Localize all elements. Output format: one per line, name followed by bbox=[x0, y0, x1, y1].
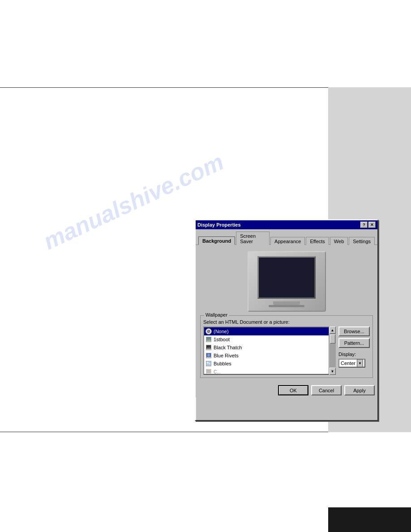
wallpaper-select-label: Select an HTML Document or a picture: bbox=[203, 319, 370, 325]
dialog-title-bar: Display Properties ? ✕ bbox=[196, 220, 377, 229]
no-icon: ⊘ bbox=[206, 328, 212, 335]
scroll-track[interactable] bbox=[330, 334, 336, 368]
wallpaper-list[interactable]: ⊘ (None) 1stboot bbox=[203, 326, 336, 375]
list-item-label: C... bbox=[214, 369, 221, 374]
wallpaper-list-container: ⊘ (None) 1stboot bbox=[203, 326, 336, 375]
list-item[interactable]: C... bbox=[204, 368, 335, 375]
list-item-label: Bubbles bbox=[214, 361, 231, 366]
display-label: Display: bbox=[338, 352, 370, 357]
bottom-bar bbox=[328, 507, 411, 532]
tab-web[interactable]: Web bbox=[330, 237, 348, 245]
list-item-label: Blue Rivets bbox=[214, 353, 239, 358]
scroll-up-button[interactable]: ▲ bbox=[330, 326, 336, 334]
tab-settings[interactable]: Settings bbox=[349, 237, 375, 245]
display-value: Center bbox=[341, 360, 355, 366]
tab-screen-saver[interactable]: Screen Saver bbox=[236, 232, 270, 245]
side-buttons: Browse... Pattern... Display: Center ▼ bbox=[338, 326, 370, 368]
title-bar-buttons: ? ✕ bbox=[360, 222, 376, 228]
list-item[interactable]: Bubbles bbox=[204, 360, 335, 368]
tab-appearance[interactable]: Appearance bbox=[270, 237, 305, 245]
wallpaper-row: ⊘ (None) 1stboot bbox=[203, 326, 370, 375]
dialog-bottom-buttons: OK Cancel Apply bbox=[196, 382, 377, 397]
monitor-base bbox=[269, 305, 304, 307]
monitor-assembly bbox=[248, 251, 326, 312]
list-item-label: 1stboot bbox=[214, 337, 230, 342]
list-item[interactable]: ⊘ (None) bbox=[204, 327, 335, 335]
browse-button[interactable]: Browse... bbox=[338, 326, 370, 336]
wallpaper-group: Wallpaper Select an HTML Document or a p… bbox=[200, 315, 373, 378]
close-button[interactable]: ✕ bbox=[368, 222, 376, 228]
list-scrollbar: ▲ ▼ bbox=[329, 326, 336, 375]
list-item-label: (None) bbox=[214, 329, 229, 334]
img-icon bbox=[206, 352, 212, 359]
img-icon bbox=[206, 360, 212, 367]
img-icon bbox=[206, 369, 212, 375]
monitor-outer bbox=[248, 251, 326, 312]
svg-rect-14 bbox=[206, 369, 211, 373]
dialog-content: Wallpaper Select an HTML Document or a p… bbox=[196, 245, 377, 382]
list-item[interactable]: Blue Rivets bbox=[204, 352, 335, 360]
img-icon bbox=[206, 336, 212, 343]
tab-effects[interactable]: Effects bbox=[306, 237, 329, 245]
monitor-screen bbox=[257, 256, 316, 299]
svg-point-11 bbox=[207, 362, 209, 364]
svg-point-8 bbox=[207, 354, 210, 356]
monitor-stand bbox=[273, 301, 300, 305]
wallpaper-list-wrapper: ⊘ (None) 1stboot bbox=[203, 326, 336, 375]
pattern-button[interactable]: Pattern... bbox=[338, 338, 370, 348]
tab-bar: Background Screen Saver Appearance Effec… bbox=[196, 229, 377, 245]
scroll-down-button[interactable]: ▼ bbox=[330, 368, 336, 375]
img-icon bbox=[206, 344, 212, 351]
ok-button[interactable]: OK bbox=[278, 385, 308, 395]
scroll-thumb[interactable] bbox=[330, 335, 335, 343]
list-item[interactable]: 1stboot bbox=[204, 335, 335, 343]
cancel-button[interactable]: Cancel bbox=[311, 385, 342, 395]
list-item[interactable]: Black Thatch bbox=[204, 343, 335, 352]
monitor-preview-container bbox=[198, 248, 375, 313]
help-button[interactable]: ? bbox=[360, 222, 368, 228]
wallpaper-group-label: Wallpaper bbox=[204, 312, 229, 317]
display-properties-dialog: Display Properties ? ✕ Background Screen… bbox=[195, 219, 378, 421]
apply-button[interactable]: Apply bbox=[344, 385, 375, 395]
list-item-label: Black Thatch bbox=[214, 345, 242, 350]
svg-point-12 bbox=[209, 363, 210, 365]
display-dropdown-arrow[interactable]: ▼ bbox=[357, 359, 363, 367]
dialog-title: Display Properties bbox=[197, 222, 241, 227]
display-select[interactable]: Center ▼ bbox=[338, 359, 365, 368]
tab-background[interactable]: Background bbox=[198, 236, 235, 245]
